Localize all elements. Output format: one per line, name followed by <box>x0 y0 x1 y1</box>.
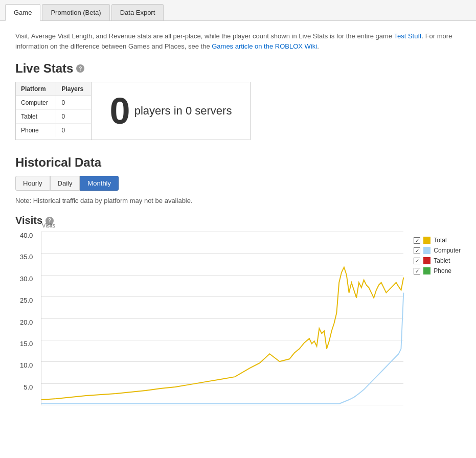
chart-wrapper: Visits 40.0 35.0 30.0 25.0 20.0 15.0 10.… <box>15 232 461 405</box>
legend-color-computer <box>423 247 430 254</box>
historical-heading: Historical Data <box>15 155 461 170</box>
legend-checkbox-tablet[interactable]: ✓ <box>414 258 420 264</box>
y-tick: 40.0 <box>20 232 33 239</box>
legend-checkbox-total[interactable]: ✓ <box>414 237 420 244</box>
computer-line <box>41 293 403 404</box>
y-tick: 20.0 <box>20 318 33 326</box>
legend-item-phone: ✓ Phone <box>414 267 461 274</box>
platform-players: 0 <box>56 124 91 138</box>
platform-data-table: Platform Players Computer 0 Tablet 0 Pho… <box>16 82 91 137</box>
time-buttons-group: Hourly Daily Monthly <box>15 176 461 191</box>
legend-item-computer: ✓ Computer <box>414 247 461 254</box>
historical-title: Historical Data <box>15 155 101 170</box>
platform-name: Tablet <box>16 110 56 124</box>
tab-dataexport[interactable]: Data Export <box>111 4 164 20</box>
y-tick: 10.0 <box>20 361 33 369</box>
tab-promotion[interactable]: Promotion (Beta) <box>42 4 109 20</box>
legend-label-tablet: Tablet <box>434 257 450 264</box>
historical-section: Historical Data Hourly Daily Monthly Not… <box>15 155 461 204</box>
legend-color-total <box>423 237 430 244</box>
table-row: Computer 0 <box>16 96 91 110</box>
chart-relative-container: Visits 40.0 35.0 30.0 25.0 20.0 15.0 10.… <box>41 232 403 405</box>
y-tick: 30.0 <box>20 275 33 283</box>
legend-label-total: Total <box>434 237 446 244</box>
main-content: Visit, Average Visit Length, and Revenue… <box>0 21 476 416</box>
live-stats-container: Platform Players Computer 0 Tablet 0 Pho… <box>15 82 251 140</box>
legend-color-tablet <box>423 257 430 264</box>
live-stats-heading: Live Stats ? <box>15 61 461 76</box>
test-stuff-link[interactable]: Test Stuff <box>394 32 421 40</box>
platform-players: 0 <box>56 96 91 110</box>
wiki-link[interactable]: Games article on the ROBLOX Wiki <box>212 42 317 50</box>
legend-checkbox-phone[interactable]: ✓ <box>414 268 420 274</box>
player-count-display: 0 players in 0 servers <box>92 82 250 140</box>
hourly-button[interactable]: Hourly <box>15 176 50 191</box>
col-platform: Platform <box>16 82 56 96</box>
historical-note: Note: Historical traffic data by platfor… <box>15 197 461 204</box>
platform-name: Phone <box>16 124 56 138</box>
big-player-count: 0 <box>110 93 130 129</box>
y-tick: 15.0 <box>20 340 33 348</box>
chart-area: 40.0 35.0 30.0 25.0 20.0 15.0 10.0 5.0 <box>41 232 403 405</box>
y-axis-labels: 40.0 35.0 30.0 25.0 20.0 15.0 10.0 5.0 <box>20 232 33 405</box>
legend-label-phone: Phone <box>434 267 451 274</box>
platform-players: 0 <box>56 110 91 124</box>
platform-name: Computer <box>16 96 56 110</box>
table-row: Tablet 0 <box>16 110 91 124</box>
y-tick: 5.0 <box>24 383 33 391</box>
platform-table: Platform Players Computer 0 Tablet 0 Pho… <box>16 82 92 140</box>
info-paragraph: Visit, Average Visit Length, and Revenue… <box>15 31 461 51</box>
legend-color-phone <box>423 267 430 274</box>
info-text-3: . <box>317 42 319 50</box>
legend-item-tablet: ✓ Tablet <box>414 257 461 264</box>
live-stats-help-icon[interactable]: ? <box>76 64 84 73</box>
info-text-1: Visit, Average Visit Length, and Revenue… <box>15 32 394 40</box>
players-servers-text: players in 0 servers <box>134 104 232 118</box>
grid-line <box>41 405 403 405</box>
visits-chart-svg <box>41 232 403 405</box>
y-axis-label: Visits <box>42 222 55 228</box>
legend-item-total: ✓ Total <box>414 237 461 244</box>
y-tick: 25.0 <box>20 296 33 304</box>
legend-label-computer: Computer <box>434 247 461 254</box>
chart-legend: ✓ Total ✓ Computer ✓ Tablet ✓ Ph <box>414 232 461 274</box>
y-tick: 35.0 <box>20 253 33 261</box>
col-players: Players <box>56 82 91 96</box>
table-row: Phone 0 <box>16 124 91 138</box>
daily-button[interactable]: Daily <box>50 176 80 191</box>
monthly-button[interactable]: Monthly <box>80 176 119 191</box>
visits-heading: Visits ? <box>15 215 461 226</box>
legend-checkbox-computer[interactable]: ✓ <box>414 247 420 254</box>
chart-container: Visits 40.0 35.0 30.0 25.0 20.0 15.0 10.… <box>15 232 403 405</box>
visits-section: Visits ? Visits 40.0 35.0 30.0 25.0 20.0 <box>15 215 461 405</box>
tabs-bar: Game Promotion (Beta) Data Export <box>0 0 476 21</box>
total-line <box>41 267 403 400</box>
tab-game[interactable]: Game <box>5 4 40 21</box>
visits-title-text: Visits <box>15 215 42 226</box>
live-stats-title: Live Stats <box>15 61 73 76</box>
